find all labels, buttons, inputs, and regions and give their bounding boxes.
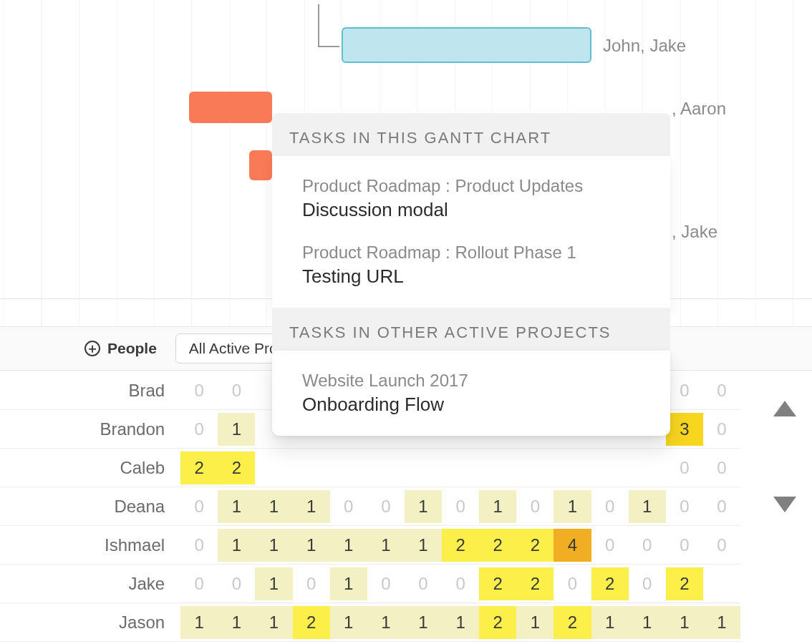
workload-cell[interactable]: 2 [293,606,330,639]
workload-cell[interactable]: 2 [479,529,516,562]
scroll-up-icon[interactable] [773,401,796,416]
workload-cell[interactable]: 1 [255,529,292,562]
workload-cell[interactable]: 0 [703,413,740,446]
workload-person-name[interactable]: Brandon [0,419,180,439]
workload-cell[interactable]: 2 [218,452,255,484]
workload-cell[interactable]: 0 [591,490,629,523]
workload-cell[interactable]: 0 [218,567,255,600]
workload-cell[interactable]: 1 [442,606,479,639]
workload-cell[interactable]: 0 [180,567,218,600]
workload-cell[interactable]: 1 [405,490,442,523]
add-people-button[interactable]: ＋ People [84,340,157,357]
workload-cell[interactable]: 0 [180,374,218,407]
workload-cell[interactable]: 1 [591,606,629,639]
workload-cell[interactable]: 2 [479,606,516,639]
scroll-down-icon[interactable] [773,497,796,512]
workload-cell[interactable]: 0 [703,374,740,407]
workload-cell [629,452,666,484]
popover-task-item[interactable]: Website Launch 2017Onboarding Flow [272,358,670,424]
workload-cell [554,452,591,484]
workload-cell[interactable]: 0 [591,529,629,562]
workload-cell[interactable]: 0 [703,452,740,484]
workload-cell[interactable]: 1 [293,490,330,523]
workload-cell[interactable]: 0 [629,567,666,600]
workload-cell[interactable]: 0 [180,529,218,562]
workload-cell[interactable]: 1 [218,490,255,523]
workload-cell[interactable]: 0 [293,567,330,600]
workload-cell[interactable]: 1 [330,606,367,639]
workload-cell [703,567,740,600]
workload-cell[interactable]: 0 [666,490,703,523]
workload-cell[interactable]: 2 [516,529,554,562]
workload-cell[interactable]: 1 [218,413,255,446]
popover-item-breadcrumb: Product Roadmap : Rollout Phase 1 [302,243,640,263]
workload-cell[interactable]: 0 [666,529,703,562]
workload-cell[interactable]: 0 [666,374,703,407]
workload-person-name[interactable]: Caleb [0,458,180,478]
workload-cell[interactable]: 0 [180,490,218,523]
workload-cell[interactable]: 3 [666,413,703,446]
workload-cell[interactable]: 1 [255,490,292,523]
workload-cell[interactable]: 1 [666,606,703,639]
workload-cell[interactable]: 1 [405,529,442,562]
gantt-assignees-label: , Aaron [672,99,726,119]
workload-cell[interactable]: 1 [180,606,218,639]
workload-cell[interactable]: 1 [218,606,255,639]
popover-section-body: Product Roadmap : Product UpdatesDiscuss… [272,156,670,308]
workload-cell[interactable]: 0 [666,452,703,484]
workload-person-name[interactable]: Jason [0,613,180,633]
workload-cell[interactable]: 0 [180,413,218,446]
workload-cell[interactable]: 1 [293,529,330,562]
workload-cell[interactable]: 2 [666,567,703,600]
workload-cell[interactable]: 2 [442,529,479,562]
scroll-controls [773,401,796,512]
popover-task-item[interactable]: Product Roadmap : Product UpdatesDiscuss… [272,163,670,230]
workload-cell[interactable]: 1 [629,490,666,523]
workload-cell[interactable]: 0 [218,374,255,407]
gantt-bar[interactable] [189,92,272,123]
workload-person-name[interactable]: Deana [0,497,180,517]
workload-cell[interactable]: 2 [479,567,516,600]
gantt-bar[interactable] [249,150,272,180]
workload-cell[interactable]: 1 [255,567,292,600]
workload-row: Ishmael011111122240000 [0,526,740,565]
workload-cell[interactable]: 2 [591,567,629,600]
gantt-bar[interactable] [342,27,591,63]
workload-cell[interactable]: 0 [405,567,442,600]
workload-person-name[interactable]: Brad [0,381,180,401]
workload-cell[interactable]: 0 [442,490,479,523]
workload-cell[interactable]: 0 [330,490,367,523]
workload-cell[interactable]: 1 [554,490,591,523]
workload-cell[interactable]: 1 [629,606,666,639]
workload-cell[interactable]: 0 [516,490,554,523]
workload-cell[interactable]: 1 [367,606,405,639]
popover-item-title: Discussion modal [302,199,640,221]
workload-cell[interactable]: 1 [330,567,367,600]
popover-task-item[interactable]: Product Roadmap : Rollout Phase 1Testing… [272,230,670,296]
workload-cell[interactable]: 2 [554,606,591,639]
workload-cell[interactable]: 0 [367,567,405,600]
workload-cell[interactable]: 1 [516,606,554,639]
workload-cell[interactable]: 1 [255,606,292,639]
workload-cell[interactable]: 1 [405,606,442,639]
gantt-assignees-label: John, Jake [603,36,686,56]
workload-cell[interactable]: 1 [479,490,516,523]
workload-cell[interactable]: 4 [554,529,591,562]
workload-person-name[interactable]: Jake [0,574,180,594]
workload-cell[interactable]: 0 [629,529,666,562]
workload-person-name[interactable]: Ishmael [0,535,180,555]
popover-section-header: TASKS IN OTHER ACTIVE PROJECTS [272,308,670,351]
workload-cell[interactable]: 0 [703,529,740,562]
workload-cell[interactable]: 1 [367,529,405,562]
workload-cell[interactable]: 1 [218,529,255,562]
workload-cell[interactable]: 2 [516,567,554,600]
workload-cell[interactable]: 1 [703,606,740,639]
workload-row: Jake00101000220202 [0,565,740,603]
workload-cell[interactable]: 2 [180,452,218,484]
workload-cell[interactable]: 0 [367,490,405,523]
workload-cell[interactable]: 0 [703,490,740,523]
workload-cell[interactable]: 0 [442,567,479,600]
gantt-connector [318,4,339,47]
workload-cell[interactable]: 1 [330,529,367,562]
workload-cell[interactable]: 0 [554,567,591,600]
